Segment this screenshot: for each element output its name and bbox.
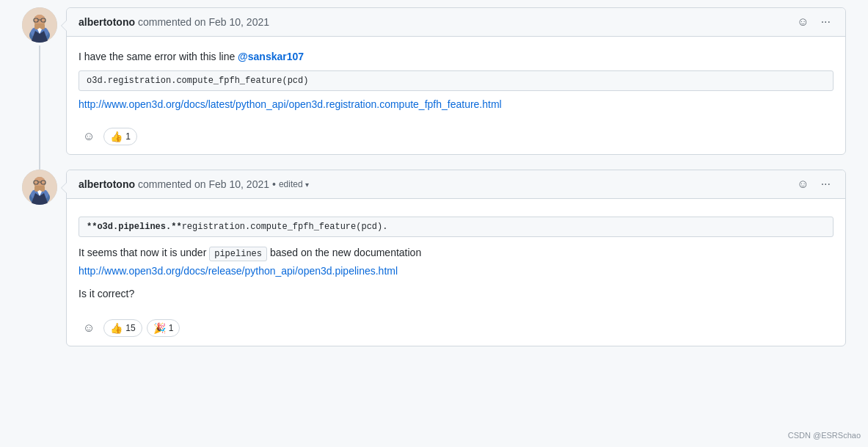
watermark: CSDN @ESRSchao [788, 431, 861, 440]
hooray-count-2: 1 [169, 323, 174, 333]
comment-header-left-1: albertotono commented on Feb 10, 2021 [79, 16, 269, 28]
comment-header-1: albertotono commented on Feb 10, 2021 ☺ … [67, 8, 845, 37]
timeline-line [39, 46, 40, 170]
code-block-2: **o3d.pipelines.**registration.compute_f… [79, 217, 834, 237]
emoji-button-1[interactable]: ☺ [794, 14, 812, 30]
thumbs-up-emoji-1: 👍 [110, 131, 123, 142]
mention-1: @sanskar107 [238, 51, 304, 62]
add-reaction-button-1[interactable]: ☺ [79, 128, 99, 145]
comment-timestamp-2: commented on Feb 10, 2021 [138, 178, 269, 190]
emoji-button-2[interactable]: ☺ [794, 176, 812, 192]
comment-header-right-1: ☺ ··· [794, 14, 834, 30]
pipelines-inline-code: pipelines [209, 247, 267, 261]
comment-header-right-2: ☺ ··· [794, 176, 834, 192]
hooray-emoji-2: 🎉 [153, 322, 166, 334]
hooray-reaction-2[interactable]: 🎉 1 [147, 319, 180, 337]
more-button-2[interactable]: ··· [818, 176, 834, 192]
thumbs-up-count-2: 15 [125, 323, 135, 333]
edited-label: edited [279, 179, 303, 189]
comment-text-2: It seems that now it is under pipelines … [79, 244, 834, 261]
comment-author-2: albertotono [79, 178, 135, 190]
comment-header-2: albertotono commented on Feb 10, 2021 • … [67, 170, 845, 199]
chevron-down-icon: ▾ [305, 181, 309, 189]
comment-timestamp-1: commented on Feb 10, 2021 [138, 16, 269, 28]
more-button-1[interactable]: ··· [818, 14, 834, 30]
comment-box-1: albertotono commented on Feb 10, 2021 ☺ … [66, 7, 846, 155]
comment-header-left-2: albertotono commented on Feb 10, 2021 • … [79, 178, 309, 190]
code-normal-part: registration.compute_fpfh_feature(pcd). [182, 222, 388, 232]
comment-body-2: **o3d.pipelines.**registration.compute_f… [67, 199, 845, 313]
avatar-2 [22, 170, 57, 205]
question-text: Is it correct? [79, 286, 834, 302]
link-1[interactable]: http://www.open3d.org/docs/latest/python… [79, 98, 502, 110]
thumbs-up-reaction-1[interactable]: 👍 1 [103, 128, 137, 145]
comment-box-2: albertotono commented on Feb 10, 2021 • … [66, 170, 846, 346]
thumbs-up-count-1: 1 [125, 131, 131, 142]
thumbs-up-emoji-2: 👍 [110, 322, 123, 334]
comment-1: albertotono commented on Feb 10, 2021 ☺ … [22, 7, 846, 155]
comment-text-1: I have the same error with this line @sa… [79, 48, 834, 65]
edited-badge[interactable]: edited ▾ [279, 179, 309, 189]
dot-separator-2: • [272, 178, 276, 190]
thumbs-up-reaction-2[interactable]: 👍 15 [103, 319, 142, 337]
code-block-1: o3d.registration.compute_fpfh_feature(pc… [79, 70, 834, 91]
comment-author-1: albertotono [79, 16, 135, 28]
comment-2: albertotono commented on Feb 10, 2021 • … [22, 170, 846, 346]
avatar [22, 7, 57, 43]
reactions-1: ☺ 👍 1 [67, 122, 845, 154]
link-2[interactable]: http://www.open3d.org/docs/release/pytho… [79, 265, 398, 277]
comment-body-1: I have the same error with this line @sa… [67, 37, 845, 122]
reactions-2: ☺ 👍 15 🎉 1 [67, 313, 845, 346]
add-reaction-button-2[interactable]: ☺ [79, 319, 99, 337]
code-bold-part: **o3d.pipelines.** [87, 222, 182, 232]
